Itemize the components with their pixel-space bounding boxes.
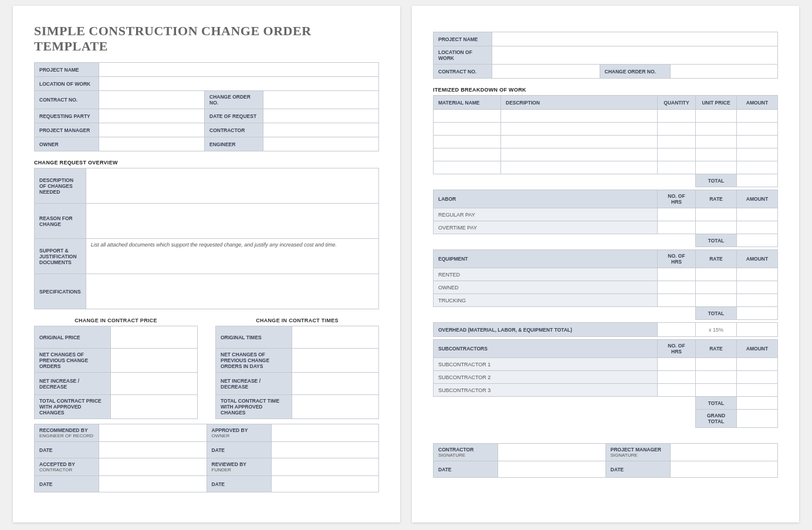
field-date-4[interactable] <box>271 476 379 492</box>
page-title: SIMPLE CONSTRUCTION CHANGE ORDER TEMPLAT… <box>34 23 379 54</box>
table-row[interactable] <box>434 136 778 148</box>
field-requesting-party[interactable] <box>99 109 205 123</box>
field-reason[interactable] <box>86 204 378 239</box>
col-eq-amount: AMOUNT <box>737 250 778 268</box>
field-owner[interactable] <box>99 137 205 151</box>
lbl-date-2: DATE <box>207 442 271 458</box>
signoff-table-2: CONTRACTORSIGNATURE PROJECT MANAGERSIGNA… <box>433 443 778 478</box>
col-description: DESCRIPTION <box>501 96 658 110</box>
table-row[interactable]: SUBCONTRACTOR 3 <box>434 384 778 397</box>
lbl-subs: SUBCONTRACTORS <box>434 340 658 358</box>
lbl-specs: SPECIFICATIONS <box>35 274 86 309</box>
field-date-2[interactable] <box>271 442 379 458</box>
field-net-prev-times[interactable] <box>292 349 379 373</box>
labor-table: LABOR NO. OF HRS RATE AMOUNT REGULAR PAY… <box>433 190 778 247</box>
field-support[interactable]: List all attached documents which suppor… <box>86 239 378 274</box>
subs-table: SUBCONTRACTORS NO. OF HRS RATE AMOUNT SU… <box>433 339 778 428</box>
signoff-table: RECOMMENDED BYENGINEER OF RECORD APPROVE… <box>34 424 379 492</box>
field-overhead-amount <box>737 323 778 337</box>
table-row[interactable]: OWNED <box>434 281 778 294</box>
field-net-prev-price[interactable] <box>111 349 198 373</box>
lbl-contractor-sig: CONTRACTORSIGNATURE <box>434 444 498 461</box>
page-1: SIMPLE CONSTRUCTION CHANGE ORDER TEMPLAT… <box>13 6 400 522</box>
field-date-1[interactable] <box>99 442 207 458</box>
lbl-contract-no: CONTRACT NO. <box>35 91 99 109</box>
field-location-2[interactable] <box>492 46 778 65</box>
lbl-net-prev-price: NET CHANGES OF PREVIOUS CHANGE ORDERS <box>35 349 111 373</box>
lbl-change-order-no: CHANGE ORDER NO. <box>205 91 263 109</box>
table-row[interactable]: SUBCONTRACTOR 1 <box>434 358 778 371</box>
field-net-inc-price[interactable] <box>111 373 198 395</box>
field-project-manager[interactable] <box>99 123 205 137</box>
field-reviewed[interactable] <box>271 458 379 476</box>
col-eq-hrs: NO. OF HRS <box>658 250 696 268</box>
table-row[interactable]: SUBCONTRACTOR 2 <box>434 371 778 384</box>
table-row[interactable]: RENTED <box>434 268 778 281</box>
col-labor-hrs: NO. OF HRS <box>658 190 696 208</box>
field-location[interactable] <box>99 77 379 91</box>
field-engineer[interactable] <box>263 137 379 151</box>
lbl-net-prev-times: NET CHANGES OF PREVIOUS CHANGE ORDERS IN… <box>216 349 292 373</box>
ibw-title: ITEMIZED BREAKDOWN OF WORK <box>433 87 778 93</box>
col-unit-price: UNIT PRICE <box>696 96 737 110</box>
lbl-original-price: ORIGINAL PRICE <box>35 326 111 349</box>
lbl-desc-changes: DESCRIPTION OF CHANGES NEEDED <box>35 168 86 204</box>
field-total-times[interactable] <box>292 395 379 419</box>
price-table: ORIGINAL PRICE NET CHANGES OF PREVIOUS C… <box>34 326 198 419</box>
lbl-date-r1: DATE <box>434 461 498 478</box>
lbl-eq-total: TOTAL <box>696 307 737 320</box>
table-row[interactable] <box>434 110 778 123</box>
field-specs[interactable] <box>86 274 378 309</box>
lbl-owner: OWNER <box>35 137 99 151</box>
lbl-reviewed: REVIEWED BYFUNDER <box>207 458 271 476</box>
table-row[interactable]: OVERTIME PAY <box>434 221 778 234</box>
lbl-total-times: TOTAL CONTRACT TIME WITH APPROVED CHANGE… <box>216 395 292 419</box>
field-date-r1[interactable] <box>498 461 606 478</box>
field-contract-no[interactable] <box>99 91 205 109</box>
field-overhead-hrs <box>658 323 696 337</box>
field-date-3[interactable] <box>99 476 207 492</box>
price-title: CHANGE IN CONTRACT PRICE <box>34 318 198 323</box>
table-row[interactable] <box>434 161 778 174</box>
lbl-location: LOCATION OF WORK <box>35 77 99 91</box>
field-contractor[interactable] <box>263 123 379 137</box>
field-project-name[interactable] <box>99 63 379 77</box>
field-original-price[interactable] <box>111 326 198 349</box>
lbl-approved: APPROVED BYOWNER <box>207 424 271 442</box>
field-material-total <box>737 174 778 187</box>
field-date-r2[interactable] <box>670 461 778 478</box>
lbl-date-4: DATE <box>207 476 271 492</box>
field-pm-sig[interactable] <box>670 444 778 461</box>
table-row[interactable]: TRUCKING <box>434 294 778 307</box>
field-recommended[interactable] <box>99 424 207 442</box>
field-change-order-no-2[interactable] <box>670 65 778 79</box>
lbl-engineer: ENGINEER <box>205 137 263 151</box>
field-labor-total <box>737 234 778 247</box>
table-row[interactable] <box>434 148 778 161</box>
col-sub-rate: RATE <box>696 340 737 358</box>
lbl-change-order-no-2: CHANGE ORDER NO. <box>600 65 670 79</box>
field-project-name-2[interactable] <box>492 32 778 46</box>
field-original-times[interactable] <box>292 326 379 349</box>
field-date-of-request[interactable] <box>263 109 379 123</box>
materials-table: MATERIAL NAME DESCRIPTION QUANTITY UNIT … <box>433 95 778 187</box>
lbl-accepted: ACCEPTED BYCONTRACTOR <box>35 458 99 476</box>
table-row[interactable] <box>434 123 778 136</box>
field-change-order-no[interactable] <box>263 91 379 109</box>
field-contract-no-2[interactable] <box>492 65 600 79</box>
field-net-inc-times[interactable] <box>292 373 379 395</box>
field-contractor-sig[interactable] <box>498 444 606 461</box>
col-labor-rate: RATE <box>696 190 737 208</box>
field-eq-total <box>737 307 778 320</box>
lbl-requesting-party: REQUESTING PARTY <box>35 109 99 123</box>
field-approved[interactable] <box>271 424 379 442</box>
lbl-labor-total: TOTAL <box>696 234 737 247</box>
lbl-net-inc-price: NET INCREASE / DECREASE <box>35 373 111 395</box>
col-sub-hrs: NO. OF HRS <box>658 340 696 358</box>
field-accepted[interactable] <box>99 458 207 476</box>
col-material-name: MATERIAL NAME <box>434 96 501 110</box>
field-desc-changes[interactable] <box>86 168 378 204</box>
field-total-price[interactable] <box>111 395 198 419</box>
lbl-project-name-2: PROJECT NAME <box>434 32 492 46</box>
table-row[interactable]: REGULAR PAY <box>434 208 778 221</box>
